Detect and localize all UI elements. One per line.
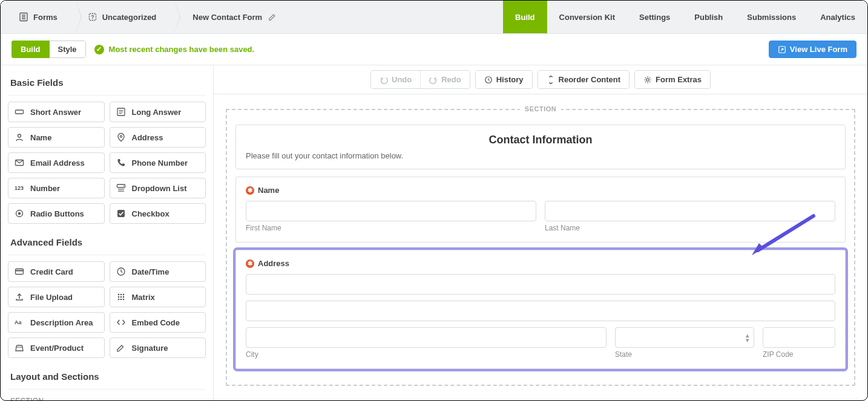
address-line1-input[interactable] — [246, 274, 835, 295]
breadcrumb-forms-label: Forms — [33, 13, 58, 22]
canvas-scroll[interactable]: SECTION Contact Information Please fill … — [214, 94, 867, 401]
svg-point-13 — [18, 134, 21, 137]
canvas: Undo Redo History Reorder Content Form E… — [214, 65, 867, 401]
tab-analytics[interactable]: Analytics — [808, 1, 867, 33]
svg-point-26 — [120, 294, 122, 296]
tab-settings[interactable]: Settings — [627, 1, 682, 33]
redo-button[interactable]: Redo — [421, 71, 470, 88]
save-status: ✓ Most recent changes have been saved. — [94, 45, 255, 54]
advanced-fields-heading: Advanced Fields — [8, 233, 206, 255]
section-heading-card[interactable]: Contact Information Please fill out your… — [235, 125, 846, 169]
field-address[interactable]: Address — [110, 127, 206, 148]
svg-point-14 — [120, 135, 122, 137]
credit-card-icon — [15, 267, 25, 276]
svg-point-28 — [117, 296, 119, 298]
view-live-form-button[interactable]: View Live Form — [769, 41, 856, 58]
basic-fields-grid: Short Answer Long Answer Name Address Em… — [8, 102, 206, 224]
name-field-card[interactable]: ✱ Name First Name Last Name — [235, 177, 846, 243]
name-icon — [15, 132, 25, 142]
field-event[interactable]: Event/Product — [8, 337, 105, 358]
form-section[interactable]: SECTION Contact Information Please fill … — [226, 109, 855, 386]
breadcrumb: Forms ? Uncategorized New Contact Form — [1, 1, 283, 33]
field-long-answer[interactable]: Long Answer — [110, 102, 206, 122]
field-number[interactable]: 123Number — [8, 178, 105, 198]
undo-button[interactable]: Undo — [371, 71, 421, 88]
field-matrix[interactable]: Matrix — [110, 287, 206, 307]
phone-icon — [116, 158, 127, 168]
field-checkbox[interactable]: Checkbox — [110, 203, 206, 224]
field-dropdown[interactable]: Dropdown List — [110, 178, 206, 198]
top-nav: Forms ? Uncategorized New Contact Form B… — [1, 1, 867, 34]
address-field-card[interactable]: ✱ Address City — [235, 250, 846, 369]
field-embed[interactable]: Embed Code — [110, 312, 206, 333]
file-upload-icon — [15, 292, 25, 302]
tab-build[interactable]: Build — [503, 1, 547, 33]
svg-text:?: ? — [91, 14, 94, 20]
field-datetime[interactable]: Date/Time — [110, 261, 206, 282]
svg-point-33 — [122, 299, 124, 301]
section-subheading: Please fill out your contact information… — [236, 148, 845, 169]
address-line2-input[interactable] — [246, 301, 835, 321]
form-extras-button[interactable]: Form Extras — [635, 71, 710, 88]
svg-rect-22 — [16, 269, 24, 275]
advanced-fields-grid: Credit Card Date/Time File Upload Matrix… — [8, 261, 206, 358]
name-field-label: ✱ Name — [246, 186, 835, 195]
uncategorized-icon: ? — [88, 12, 97, 22]
breadcrumb-category-label: Uncategorized — [102, 13, 157, 22]
breadcrumb-category[interactable]: ? Uncategorized — [76, 1, 175, 33]
field-name[interactable]: Name — [8, 127, 105, 148]
field-credit-card[interactable]: Credit Card — [8, 261, 105, 282]
subtab-style[interactable]: Style — [50, 41, 86, 58]
first-name-input[interactable] — [246, 201, 536, 221]
svg-point-32 — [120, 299, 122, 301]
svg-rect-7 — [16, 110, 24, 114]
subbar: Build Style ✓ Most recent changes have b… — [1, 34, 867, 65]
svg-point-25 — [117, 294, 119, 296]
city-input[interactable] — [246, 327, 607, 348]
field-phone[interactable]: Phone Number — [110, 152, 206, 173]
number-icon: 123 — [15, 185, 25, 191]
dropdown-icon — [116, 183, 127, 193]
zip-input[interactable] — [763, 327, 835, 348]
breadcrumb-forms[interactable]: Forms — [1, 1, 76, 33]
layout-sections-heading: Layout and Sections — [8, 368, 206, 390]
svg-rect-21 — [117, 210, 125, 217]
field-description[interactable]: AaDescription Area — [8, 312, 105, 333]
edit-icon[interactable] — [268, 13, 277, 21]
matrix-icon — [116, 292, 127, 302]
section-label: SECTION — [520, 105, 561, 112]
tab-publish[interactable]: Publish — [682, 1, 735, 33]
svg-point-31 — [117, 299, 119, 301]
svg-point-27 — [122, 294, 124, 296]
address-field-label: ✱ Address — [246, 259, 835, 268]
last-name-input[interactable] — [545, 201, 835, 221]
field-signature[interactable]: Signature — [110, 337, 206, 358]
field-short-answer[interactable]: Short Answer — [8, 102, 105, 122]
last-name-label: Last Name — [545, 224, 835, 232]
main-area: Basic Fields Short Answer Long Answer Na… — [1, 65, 867, 401]
field-radio[interactable]: Radio Buttons — [8, 203, 105, 224]
svg-point-30 — [122, 296, 124, 298]
build-style-toggle: Build Style — [12, 41, 86, 58]
required-icon: ✱ — [246, 259, 254, 268]
history-button[interactable]: History — [476, 71, 532, 88]
field-file-upload[interactable]: File Upload — [8, 287, 105, 307]
city-label: City — [246, 350, 607, 359]
embed-icon — [116, 318, 127, 327]
address-icon — [116, 132, 127, 142]
svg-rect-23 — [16, 270, 24, 272]
reorder-button[interactable]: Reorder Content — [538, 71, 630, 88]
subtab-build[interactable]: Build — [12, 41, 50, 58]
canvas-toolbar: Undo Redo History Reorder Content Form E… — [214, 65, 867, 94]
section-heading: Contact Information — [236, 125, 845, 148]
email-icon — [15, 158, 25, 168]
field-email[interactable]: Email Address — [8, 152, 105, 173]
state-select[interactable] — [615, 327, 754, 348]
tab-conversion-kit[interactable]: Conversion Kit — [547, 1, 627, 33]
svg-point-29 — [120, 296, 122, 298]
check-icon: ✓ — [94, 45, 104, 54]
tab-submissions[interactable]: Submissions — [735, 1, 808, 33]
short-answer-icon — [15, 107, 25, 117]
svg-point-20 — [18, 212, 21, 215]
zip-label: ZIP Code — [763, 350, 835, 359]
